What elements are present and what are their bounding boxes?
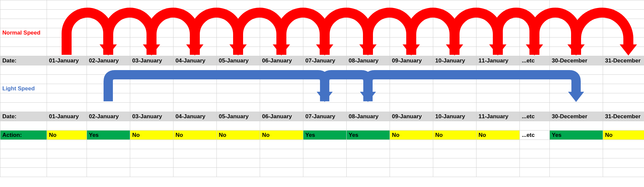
- date-cell: 08-January: [347, 112, 390, 121]
- date-cell: 10-January: [433, 112, 477, 121]
- action-cell: No: [433, 131, 477, 140]
- date-cell: 05-January: [217, 56, 260, 65]
- date-cell: 31-December: [603, 56, 644, 65]
- date-cell: 11-January: [477, 56, 520, 65]
- action-cell: No: [260, 131, 303, 140]
- action-cell: No: [217, 131, 260, 140]
- date-cell: 05-January: [217, 112, 260, 121]
- action-cell: Yes: [87, 131, 130, 140]
- light-speed-label: Light Speed: [2, 85, 35, 92]
- grid: Normal SpeedDate:01-January02-January03-…: [0, 0, 644, 177]
- normal-speed-label: Normal Speed: [2, 30, 40, 36]
- date-cell: 11-January: [477, 112, 520, 121]
- date-cell: 09-January: [390, 112, 433, 121]
- date-cell: 10-January: [433, 56, 477, 65]
- date-cell: 06-January: [260, 112, 303, 121]
- date-cell: 30-December: [550, 56, 603, 65]
- date-cell: 01-January: [47, 112, 87, 121]
- date-cell: 02-January: [87, 56, 130, 65]
- action-cell: No: [173, 131, 217, 140]
- action-cell: No: [390, 131, 433, 140]
- date-cell: ...etc: [520, 112, 550, 121]
- date-cell: 08-January: [347, 56, 390, 65]
- date-label-2: Date:: [0, 112, 47, 121]
- date-cell: 30-December: [550, 112, 603, 121]
- date-label-1: Date:: [0, 56, 47, 65]
- date-cell: 31-December: [603, 112, 644, 121]
- date-cell: 06-January: [260, 56, 303, 65]
- date-cell: 02-January: [87, 112, 130, 121]
- action-cell: No: [47, 131, 87, 140]
- date-cell: 03-January: [130, 112, 173, 121]
- date-cell: 04-January: [173, 112, 217, 121]
- date-cell: 07-January: [303, 56, 347, 65]
- action-cell: Yes: [303, 131, 347, 140]
- date-cell: 09-January: [390, 56, 433, 65]
- action-cell: No: [477, 131, 520, 140]
- date-cell: 01-January: [47, 56, 87, 65]
- date-cell: 04-January: [173, 56, 217, 65]
- action-cell: ...etc: [520, 131, 550, 140]
- action-cell: No: [603, 131, 644, 140]
- date-cell: ...etc: [520, 56, 550, 65]
- date-cell: 03-January: [130, 56, 173, 65]
- date-cell: 07-January: [303, 112, 347, 121]
- action-cell: No: [130, 131, 173, 140]
- action-cell: Yes: [550, 131, 603, 140]
- spreadsheet-diagram: Normal SpeedDate:01-January02-January03-…: [0, 0, 644, 187]
- action-cell: Yes: [347, 131, 390, 140]
- action-label: Action:: [0, 131, 47, 140]
